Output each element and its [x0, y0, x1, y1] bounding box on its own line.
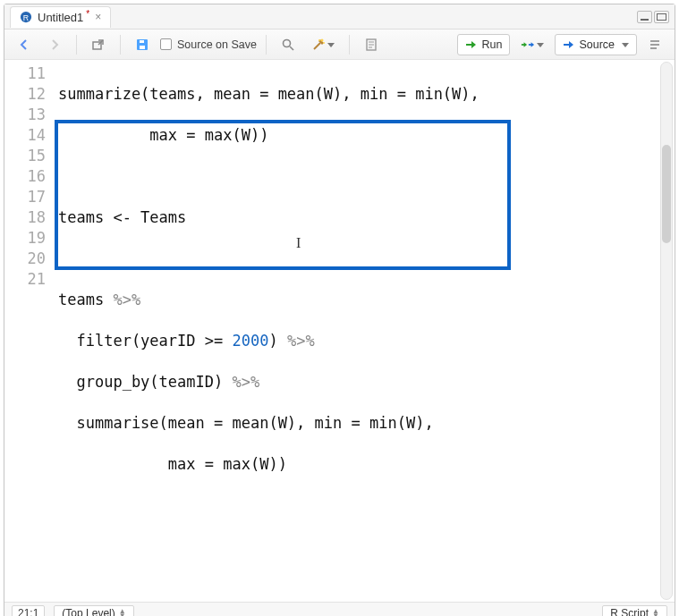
- dirty-indicator: *: [86, 9, 89, 19]
- code-editor[interactable]: 111213 141516 171819 2021 summarize(team…: [4, 60, 675, 602]
- r-doc-icon: R: [20, 11, 32, 23]
- source-arrow-icon: [563, 39, 575, 50]
- code-tools-button[interactable]: [306, 34, 340, 55]
- svg-point-8: [320, 38, 323, 41]
- code-line: [58, 495, 675, 516]
- editor-statusbar: 21:1 (Top Level)▲▼ R Script▲▼: [4, 602, 675, 616]
- svg-line-7: [290, 46, 293, 50]
- line-gutter: 111213 141516 171819 2021: [4, 60, 58, 602]
- show-in-new-window-button[interactable]: [86, 34, 111, 55]
- svg-rect-4: [140, 46, 145, 49]
- forward-button[interactable]: [42, 34, 67, 55]
- compile-report-button[interactable]: [359, 34, 384, 55]
- code-line: max = max(W)): [58, 454, 675, 475]
- back-button[interactable]: [12, 34, 37, 55]
- code-line: summarize(teams, mean = mean(W), min = m…: [58, 84, 675, 105]
- source-button[interactable]: Source: [555, 34, 637, 55]
- scope-selector[interactable]: (Top Level)▲▼: [54, 605, 133, 617]
- toolbar-separator: [76, 35, 77, 55]
- toolbar-separator: [266, 35, 267, 55]
- svg-point-10: [318, 39, 320, 41]
- svg-rect-5: [140, 40, 144, 43]
- source-pane: R Untitled1* × Source on Save Run Sou: [4, 4, 675, 616]
- code-line: [58, 166, 675, 187]
- editor-tab-title: Untitled1: [38, 11, 83, 24]
- editor-scrollbar[interactable]: [660, 62, 673, 600]
- svg-point-9: [323, 42, 325, 44]
- editor-tabstrip: R Untitled1* ×: [4, 4, 675, 30]
- tab-close-icon[interactable]: ×: [95, 11, 101, 23]
- code-line: filter(yearID >= 2000) %>%: [58, 331, 675, 351]
- source-button-label: Source: [579, 38, 615, 51]
- cursor-position: 21:1: [12, 605, 45, 617]
- svg-text:R: R: [23, 13, 29, 22]
- code-line: teams %>%: [58, 290, 675, 310]
- code-area[interactable]: summarize(teams, mean = mean(W), min = m…: [58, 60, 675, 602]
- code-line: teams <- Teams: [58, 207, 675, 228]
- editor-toolbar: Source on Save Run Source: [4, 30, 675, 60]
- find-button[interactable]: [276, 34, 301, 55]
- source-on-save-label: Source on Save: [177, 38, 257, 51]
- editor-scroll-thumb[interactable]: [662, 145, 671, 243]
- source-on-save-checkbox[interactable]: [160, 38, 172, 50]
- code-line: group_by(teamID) %>%: [58, 372, 675, 392]
- rerun-button[interactable]: [515, 34, 549, 55]
- editor-tab-untitled1[interactable]: R Untitled1* ×: [10, 6, 111, 28]
- outline-button[interactable]: [642, 34, 667, 55]
- pane-maximize-button[interactable]: [654, 11, 669, 23]
- run-button[interactable]: Run: [457, 34, 510, 55]
- source-dropdown-caret[interactable]: [622, 41, 629, 48]
- code-line: [58, 249, 675, 269]
- toolbar-separator: [349, 35, 350, 55]
- run-arrow-icon: [465, 39, 478, 50]
- language-selector[interactable]: R Script▲▼: [602, 605, 667, 617]
- toolbar-separator: [120, 35, 121, 55]
- code-line: max = max(W)): [58, 125, 675, 146]
- save-button[interactable]: [130, 34, 155, 55]
- code-line: summarise(mean = mean(W), min = min(W),: [58, 413, 675, 434]
- run-button-label: Run: [481, 38, 502, 51]
- svg-point-6: [283, 39, 290, 46]
- pane-minimize-button[interactable]: [637, 11, 652, 23]
